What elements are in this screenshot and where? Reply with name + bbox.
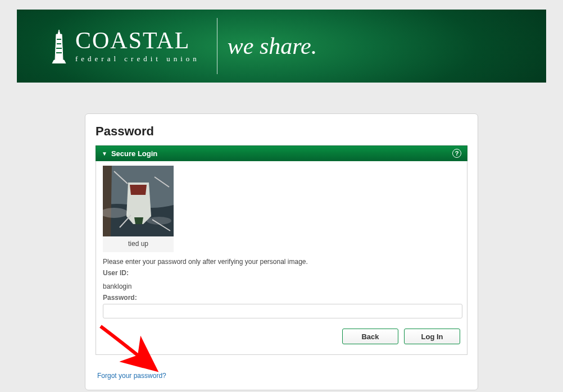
brand-subtitle: federal credit union [75, 54, 200, 63]
panel-title: Secure Login [111, 149, 157, 158]
login-button[interactable]: Log In [404, 329, 460, 344]
panel-body: tied up Please enter your password only … [96, 161, 467, 355]
security-image-container: tied up [103, 166, 174, 252]
brand-logo: COASTAL federal credit union [51, 29, 200, 63]
button-row: Back Log In [103, 329, 460, 344]
svg-point-6 [147, 217, 171, 225]
svg-rect-1 [57, 43, 61, 44]
user-id-value: banklogin [103, 282, 460, 290]
forgot-password-link[interactable]: Forgot your password? [97, 372, 166, 380]
user-id-label: User ID: [103, 269, 460, 277]
brand-banner: COASTAL federal credit union we share. [17, 10, 546, 83]
banner-divider [217, 18, 217, 74]
security-image-caption: tied up [103, 236, 174, 248]
help-icon[interactable]: ? [452, 149, 461, 158]
login-card: Password ▼ Secure Login ? tied up Please… [85, 113, 478, 390]
back-button[interactable]: Back [342, 329, 398, 344]
brand-tagline: we share. [228, 33, 317, 60]
page-title: Password [96, 124, 467, 139]
lighthouse-icon [51, 29, 67, 63]
chevron-down-icon: ▼ [102, 151, 107, 157]
password-field[interactable] [103, 304, 462, 318]
password-label: Password: [103, 294, 460, 302]
svg-rect-2 [56, 48, 62, 49]
instruction-text: Please enter your password only after ve… [103, 258, 460, 266]
security-image [103, 166, 174, 236]
svg-rect-3 [56, 52, 62, 53]
svg-rect-0 [57, 39, 61, 40]
brand-name: COASTAL [75, 29, 200, 52]
panel-header[interactable]: ▼ Secure Login ? [96, 145, 467, 161]
